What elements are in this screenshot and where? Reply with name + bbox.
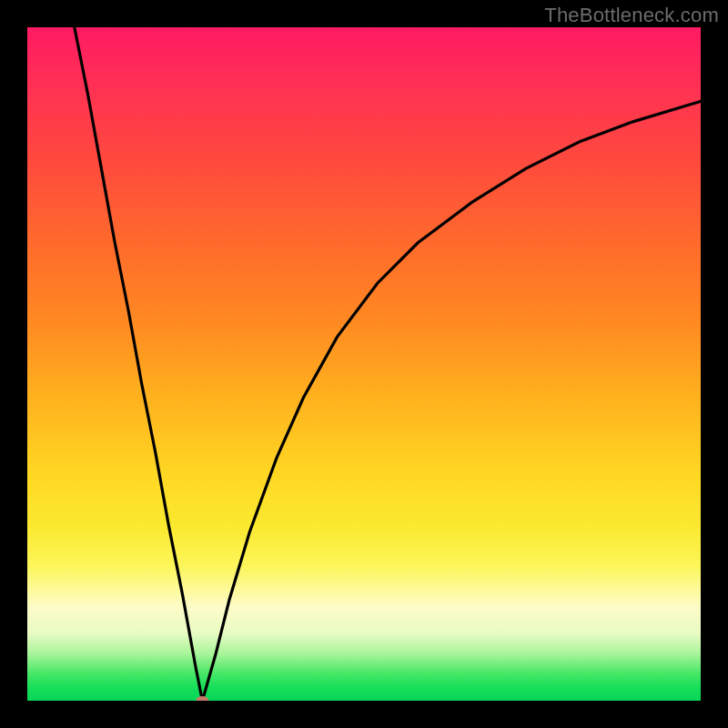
- chart-frame: TheBottleneck.com: [0, 0, 728, 728]
- minimum-marker: [196, 696, 208, 701]
- bottleneck-curve-left: [75, 27, 203, 701]
- attribution-text: TheBottleneck.com: [544, 4, 719, 27]
- curve-svg: [27, 27, 701, 701]
- bottleneck-curve-right: [202, 101, 701, 701]
- plot-area: [27, 27, 701, 701]
